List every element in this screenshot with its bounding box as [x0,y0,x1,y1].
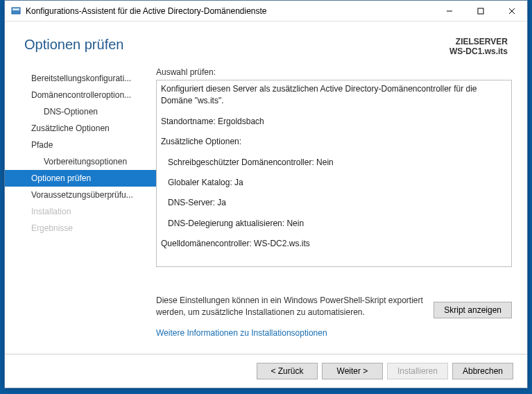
target-server-label: ZIELSERVER [449,37,508,46]
more-info-link[interactable]: Weitere Informationen zu Installationsop… [156,328,512,338]
review-panel: Auswahl prüfen: Konfiguriert diesen Serv… [156,62,527,354]
page-title: Optionen prüfen [24,37,123,53]
review-line: Standortname: Ergoldsbach [161,116,507,128]
nav-step: Installation [5,203,156,220]
nav-step[interactable]: Pfade [5,137,156,153]
nav-step[interactable]: Voraussetzungsüberprüfu... [5,187,156,203]
app-icon [10,6,22,17]
back-button[interactable]: < Zurück [257,363,318,379]
svg-rect-3 [478,8,483,14]
cancel-button[interactable]: Abbrechen [452,363,513,379]
review-textbox[interactable]: Konfiguriert diesen Server als zusätzlic… [156,80,512,267]
target-server-value: WS-DC1.ws.its [449,46,508,56]
target-server-box: ZIELSERVER WS-DC1.ws.its [449,37,508,56]
review-line: Globaler Katalog: Ja [161,177,507,189]
svg-rect-1 [12,8,19,10]
nav-step[interactable]: Optionen prüfen [5,170,156,187]
next-button[interactable]: Weiter > [322,363,383,379]
review-line: Quelldomänencontroller: WS-DC2.ws.its [161,238,507,250]
nav-step[interactable]: DNS-Optionen [5,103,156,120]
review-line: DNS-Delegierung aktualisieren: Nein [161,218,507,230]
export-hint: Diese Einstellungen können in ein Window… [156,295,434,318]
review-line: Schreibgeschützter Domänencontroller: Ne… [161,157,507,169]
review-line: Zusätzliche Optionen: [161,136,507,148]
wizard-body: Bereitstellungskonfigurati...Domänencont… [5,62,527,354]
minimize-button[interactable] [434,1,465,21]
review-line: Konfiguriert diesen Server als zusätzlic… [161,83,507,108]
review-line: DNS-Server: Ja [161,197,507,209]
nav-step[interactable]: Domänencontrolleroption... [5,87,156,103]
nav-step[interactable]: Zusätzliche Optionen [5,120,156,137]
window-title: Konfigurations-Assistent für die Active … [26,6,434,16]
nav-step: Ergebnisse [5,220,156,237]
titlebar: Konfigurations-Assistent für die Active … [5,1,527,22]
maximize-button[interactable] [465,1,496,21]
view-script-button[interactable]: Skript anzeigen [434,302,512,318]
wizard-window: Konfigurations-Assistent für die Active … [4,0,528,388]
nav-step[interactable]: Vorbereitungsoptionen [5,153,156,170]
nav-step[interactable]: Bereitstellungskonfigurati... [5,70,156,87]
wizard-footer: < Zurück Weiter > Installieren Abbrechen [5,354,527,388]
page-header: Optionen prüfen ZIELSERVER WS-DC1.ws.its [5,22,527,62]
close-button[interactable] [496,1,527,21]
step-nav: Bereitstellungskonfigurati...Domänencont… [5,62,156,354]
section-label: Auswahl prüfen: [156,67,512,77]
install-button[interactable]: Installieren [387,363,448,379]
